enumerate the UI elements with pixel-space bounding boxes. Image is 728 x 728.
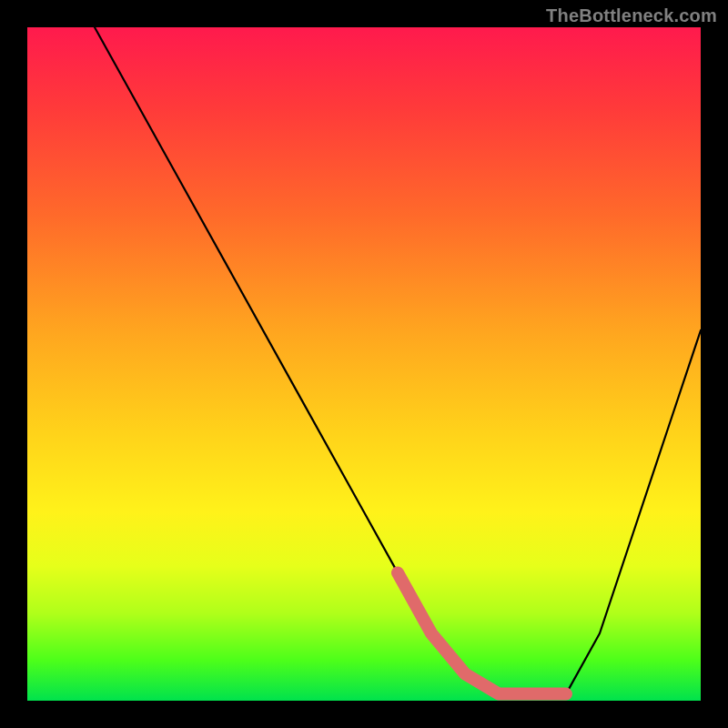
bottleneck-curve bbox=[95, 27, 701, 694]
chart-frame: TheBottleneck.com bbox=[0, 0, 728, 728]
highlight-segment bbox=[398, 572, 566, 693]
chart-svg bbox=[27, 27, 701, 701]
plot-area bbox=[27, 27, 701, 701]
watermark-text: TheBottleneck.com bbox=[546, 5, 717, 26]
